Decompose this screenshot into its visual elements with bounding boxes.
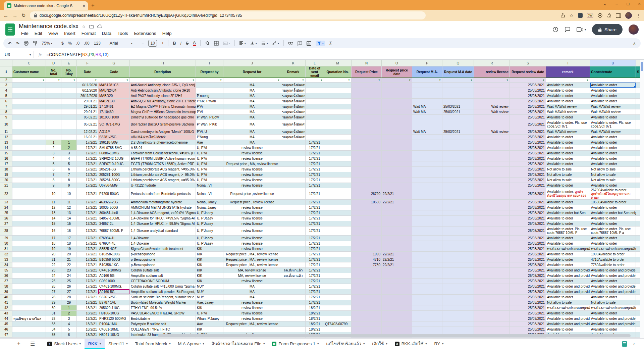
cell-H42[interactable]: ETHYLENE, 99.5+%	[130, 305, 196, 310]
cell-N41[interactable]	[352, 300, 382, 305]
cell-K34[interactable]	[281, 262, 306, 267]
cell-P6[interactable]	[412, 98, 442, 104]
cell-D44[interactable]: 32	[46, 316, 61, 321]
cell-H28[interactable]: 1,4-Dioxane analytical standard	[130, 226, 196, 235]
cell-N9[interactable]	[352, 114, 382, 120]
cell-L41[interactable]: 17/2/21	[306, 300, 324, 305]
cell-P30[interactable]	[412, 241, 442, 246]
cell-V37[interactable]	[636, 278, 640, 284]
cell-U44[interactable]: Available to order and provide license	[590, 316, 636, 321]
cell-N30[interactable]	[352, 241, 382, 246]
cell-J39[interactable]: MA	[223, 289, 281, 294]
cell-H27[interactable]: 1,4-Dioxane for HPLC, >=99.5% "Sigma-Al	[130, 221, 196, 226]
cell-I27[interactable]: U, P'Jaaey	[196, 221, 223, 226]
cell-G45[interactable]: P1004-1MU	[98, 321, 130, 327]
cell-Q28[interactable]	[442, 226, 474, 235]
cell-C31[interactable]	[12, 246, 46, 251]
cell-K5[interactable]: รอคุณตรั้งอัพเดทวันนี้(18.2.21)	[281, 93, 306, 98]
font-select[interactable]: Arial▾	[110, 41, 132, 46]
cell-C36[interactable]	[12, 273, 46, 278]
cell-L5[interactable]	[306, 93, 324, 98]
row-header-34[interactable]: 34	[0, 262, 12, 267]
cell-C27[interactable]	[12, 221, 46, 226]
cell-C29[interactable]	[12, 235, 46, 241]
cell-K2[interactable]: ▼	[281, 78, 306, 82]
row-header-26[interactable]: 26	[0, 215, 12, 221]
cell-E17[interactable]: 5	[61, 161, 77, 166]
cell-C8[interactable]	[12, 109, 46, 114]
cell-J13[interactable]: MA	[223, 140, 281, 145]
row-header-7[interactable]: 7	[0, 104, 12, 109]
cell-R33[interactable]	[474, 257, 510, 262]
cell-R48[interactable]	[474, 337, 510, 338]
cell-V41[interactable]	[636, 300, 640, 305]
col-letter-M[interactable]: M	[324, 60, 352, 66]
cell-R41[interactable]	[474, 300, 510, 305]
cell-N38[interactable]	[352, 284, 382, 289]
cell-I42[interactable]: KIK	[196, 305, 223, 310]
cell-O28[interactable]	[382, 226, 412, 235]
row-header-36[interactable]: 36	[0, 273, 12, 278]
cell-I41[interactable]: Aae, Jaaey	[196, 300, 223, 305]
cell-N22[interactable]: 26790	[352, 188, 382, 199]
cell-I15[interactable]: U, P'Vi	[196, 150, 223, 156]
cell-V34[interactable]	[636, 262, 640, 267]
sheet-tab-เลิกใช้[interactable]: เลิกใช้▾	[368, 339, 391, 349]
sheet-tab-caret-icon[interactable]: ▾	[317, 342, 319, 345]
row-header-23[interactable]: 23	[0, 199, 12, 205]
cell-I22[interactable]: Noina , VI	[196, 188, 223, 199]
cell-T23[interactable]: Available to order	[546, 199, 590, 205]
cell-F26[interactable]: 17/2/21	[77, 215, 98, 221]
cell-F11[interactable]: 12.02.21	[77, 129, 98, 134]
cell-E47[interactable]: 6	[61, 332, 77, 337]
cell-O2[interactable]: ▼	[382, 78, 412, 82]
cell-I32[interactable]: KIK	[196, 251, 223, 257]
cell-M9[interactable]	[324, 114, 352, 120]
tab-search-icon[interactable]: ⌄	[603, 1, 607, 6]
cell-U46[interactable]: Available to order	[590, 327, 636, 332]
cell-R10[interactable]	[474, 120, 510, 129]
cell-S5[interactable]: 25/03/2021	[510, 93, 546, 98]
cell-P32[interactable]	[412, 251, 442, 257]
cell-J9[interactable]: MA	[223, 114, 281, 120]
cell-Q23[interactable]	[442, 199, 474, 205]
cell-V28[interactable]	[636, 226, 640, 235]
cell-P20[interactable]	[412, 177, 442, 183]
cell-K18[interactable]	[281, 166, 306, 172]
share-icon[interactable]	[560, 13, 565, 18]
cell-H13[interactable]: 2,2-Dimethoxy-2-phenylacetophenone	[130, 140, 196, 145]
cell-T31[interactable]: ทางโรงงานต่างประเทศหยุดผลิตไปแล้ว	[546, 246, 590, 251]
cell-K11[interactable]: รอคุณตรั้งอัพเดทวันนี้(18.2.21)	[281, 129, 306, 134]
cell-P44[interactable]	[412, 316, 442, 321]
cell-H40[interactable]: Sodium selenite BioReagent, suitable for…	[130, 294, 196, 300]
cell-I33[interactable]: KIK	[196, 257, 223, 262]
cell-S36[interactable]: 25/03/2021	[510, 273, 546, 278]
header-R[interactable]: review license	[474, 66, 510, 78]
cell-F40[interactable]: 17/2/21	[77, 294, 98, 300]
sheet-tab-BKK-เลิกใช้[interactable]: 3BKK-เลิกใช้▾	[391, 339, 431, 349]
cell-Q39[interactable]	[442, 289, 474, 294]
cell-N44[interactable]	[352, 316, 382, 321]
cell-G28[interactable]: 76887-500ML-F	[98, 226, 130, 235]
sheet-tab-caret-icon[interactable]: ▾	[169, 342, 170, 345]
cell-U48[interactable]: Available to order	[590, 337, 636, 338]
cell-P10[interactable]	[412, 120, 442, 129]
cell-E26[interactable]: 14	[61, 215, 77, 221]
cell-J5[interactable]: MA	[223, 93, 281, 98]
redo-icon[interactable]: ↷	[16, 41, 19, 46]
cell-O18[interactable]	[382, 166, 412, 172]
cell-P37[interactable]	[412, 278, 442, 284]
col-letter-S[interactable]: S	[510, 60, 546, 66]
row-header-27[interactable]: 27	[0, 221, 12, 226]
cell-F8[interactable]: 29.01.21	[77, 109, 98, 114]
row-header-40[interactable]: 40	[0, 294, 12, 300]
cell-O30[interactable]	[382, 241, 412, 246]
cell-L20[interactable]: 17/2/21	[306, 177, 324, 183]
cell-L3[interactable]	[306, 82, 324, 88]
menu-tools[interactable]: Tools	[115, 31, 130, 36]
cell-O36[interactable]	[382, 273, 412, 278]
menu-view[interactable]: View	[46, 31, 60, 36]
cell-E36[interactable]: 24	[61, 273, 77, 278]
row-header-48[interactable]: 48	[0, 337, 12, 338]
filter-funnel-icon[interactable]: ▼	[348, 78, 350, 82]
